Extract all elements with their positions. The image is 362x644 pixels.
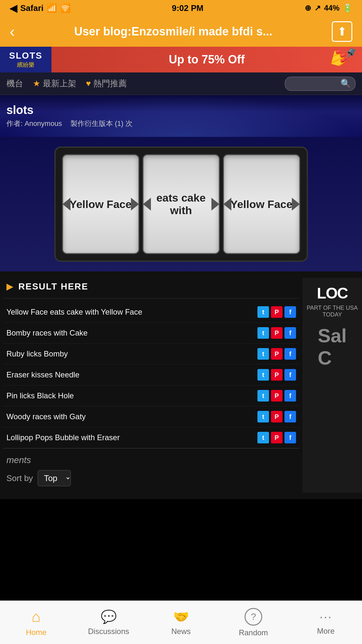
subnav-new[interactable]: ★ 最新上架	[33, 78, 76, 89]
slot-reel-3[interactable]: Yellow Face	[223, 154, 300, 254]
social-icons-3: t P f	[257, 369, 296, 381]
carrier-label: Safari	[20, 3, 43, 13]
facebook-icon-4[interactable]: f	[284, 390, 296, 402]
tab-more[interactable]: ··· More	[290, 610, 362, 636]
result-text-0: Yellow Face eats cake with Yellow Face	[6, 308, 142, 317]
subnav-popular[interactable]: ♥ 熱門推薦	[86, 78, 127, 89]
heart-icon: ♥	[86, 79, 91, 89]
slot-reel-2[interactable]: eats cake with	[143, 154, 220, 254]
twitter-icon-1[interactable]: t	[257, 327, 269, 339]
sidebar-logo: LOC	[317, 284, 348, 302]
sub-nav: 機台 ★ 最新上架 ♥ 熱門推薦 🔍	[0, 72, 362, 95]
result-item-5: Woody races with Gaty t P f	[3, 406, 299, 427]
author-label: 作者: Anonymous	[6, 119, 62, 128]
twitter-icon-4[interactable]: t	[257, 390, 269, 402]
pinterest-icon-2[interactable]: P	[271, 348, 283, 360]
search-box[interactable]: 🔍	[285, 77, 356, 91]
results-icon: ▶	[6, 281, 14, 292]
pinterest-icon-4[interactable]: P	[271, 390, 283, 402]
sort-label: Sort by	[6, 473, 33, 483]
ad-slots-logo: SLOTS 繽紛樂	[0, 47, 51, 72]
reel1-arrow-left	[62, 198, 70, 211]
pinterest-icon-6[interactable]: P	[271, 432, 283, 443]
social-icons-0: t P f	[257, 306, 296, 318]
news-icon: 🤝	[173, 609, 189, 624]
home-label: Home	[26, 628, 46, 637]
reel2-arrow-left	[143, 198, 151, 211]
more-icon: ···	[320, 610, 332, 624]
revisions-label: 製作衍生版本 (1) 次	[70, 119, 133, 128]
page-title: User blog:Enzosmile/i made bfdi s...	[24, 25, 322, 38]
result-text-6: Lollipop Pops Bubble with Eraser	[6, 433, 120, 442]
results-main: ▶ RESULT HERE Yellow Face eats cake with…	[0, 278, 302, 493]
reel1-text: Yellow Face	[66, 195, 135, 214]
tab-home[interactable]: ⌂ Home	[0, 608, 72, 637]
star-icon: ★	[33, 79, 40, 89]
ad-headline: Up to 75% Off	[169, 53, 245, 66]
pinterest-icon-3[interactable]: P	[271, 369, 283, 381]
back-button[interactable]: ‹	[10, 23, 15, 40]
random-label: Random	[239, 628, 268, 637]
status-right: ⊕ ↗ 44% 🔋	[305, 4, 352, 13]
reel2-text: eats cake with	[144, 188, 219, 220]
signal-icon: 📶	[47, 3, 57, 13]
battery-label: 44%	[324, 4, 339, 13]
result-item-2: Ruby licks Bomby t P f	[3, 344, 299, 365]
social-icons-4: t P f	[257, 390, 296, 402]
share-button[interactable]: ⬆	[332, 21, 352, 42]
facebook-icon-6[interactable]: f	[284, 432, 296, 443]
tab-random[interactable]: ? Random	[217, 608, 290, 637]
slot-machine: Yellow Face eats cake with Yellow Face	[0, 137, 362, 271]
news-label: News	[171, 627, 190, 636]
reel1-arrow-right	[131, 198, 139, 211]
location-icon: ⊕	[305, 4, 311, 13]
comments-title: ments	[6, 455, 296, 465]
result-text-5: Woody races with Gaty	[6, 412, 86, 421]
results-header: ▶ RESULT HERE	[3, 278, 299, 298]
facebook-icon-2[interactable]: f	[284, 348, 296, 360]
battery-icon: 🔋	[343, 4, 352, 13]
result-text-3: Eraser kisses Needle	[6, 370, 79, 379]
slot-reel-1[interactable]: Yellow Face	[62, 154, 139, 254]
sort-select[interactable]: Top New Old	[38, 470, 71, 486]
twitter-icon-0[interactable]: t	[257, 306, 269, 318]
wifi-icon: 🛜	[60, 3, 70, 13]
results-area: ▶ RESULT HERE Yellow Face eats cake with…	[0, 271, 362, 499]
status-left: ◀ Safari 📶 🛜	[10, 3, 70, 14]
twitter-icon-5[interactable]: t	[257, 411, 269, 422]
result-text-1: Bomby races with Cake	[6, 328, 88, 337]
subnav-machines[interactable]: 機台	[6, 78, 23, 89]
results-title: RESULT HERE	[18, 281, 88, 292]
facebook-icon-3[interactable]: f	[284, 369, 296, 381]
tab-discussions[interactable]: 💬 Discussions	[72, 609, 145, 636]
discussions-label: Discussions	[88, 627, 129, 636]
facebook-icon-0[interactable]: f	[284, 306, 296, 318]
tab-bar: ⌂ Home 💬 Discussions 🤝 News ? Random ···…	[0, 601, 362, 644]
facebook-icon-5[interactable]: f	[284, 411, 296, 422]
result-item-6: Lollipop Pops Bubble with Eraser t P f	[3, 427, 299, 448]
sidebar-sub: PART OF THE USA TODAY	[306, 305, 359, 318]
result-item-1: Bomby races with Cake t P f	[3, 323, 299, 344]
pinterest-icon-1[interactable]: P	[271, 327, 283, 339]
social-icons-6: t P f	[257, 432, 296, 443]
home-icon: ⌂	[32, 608, 41, 625]
slots-label: SLOTS	[9, 51, 42, 61]
direction-icon: ↗	[314, 4, 321, 13]
pinterest-icon-5[interactable]: P	[271, 411, 283, 422]
blog-header: slots 作者: Anonymous 製作衍生版本 (1) 次	[0, 95, 362, 137]
facebook-icon-1[interactable]: f	[284, 327, 296, 339]
twitter-icon-3[interactable]: t	[257, 369, 269, 381]
reel2-arrow-right	[211, 198, 219, 211]
slot-container: Yellow Face eats cake with Yellow Face	[54, 147, 308, 262]
twitter-icon-2[interactable]: t	[257, 348, 269, 360]
social-icons-1: t P f	[257, 327, 296, 339]
social-icons-5: t P f	[257, 411, 296, 422]
tab-news[interactable]: 🤝 News	[145, 609, 217, 636]
ad-banner[interactable]: SLOTS 繽紛樂 Up to 75% Off 💅	[0, 47, 362, 72]
comments-section: ments Sort by Top New Old	[3, 448, 299, 493]
twitter-icon-6[interactable]: t	[257, 432, 269, 443]
pinterest-icon-0[interactable]: P	[271, 306, 283, 318]
sort-bar: Sort by Top New Old	[6, 470, 296, 486]
browser-icon: ◀	[10, 3, 17, 14]
search-icon: 🔍	[340, 79, 351, 89]
